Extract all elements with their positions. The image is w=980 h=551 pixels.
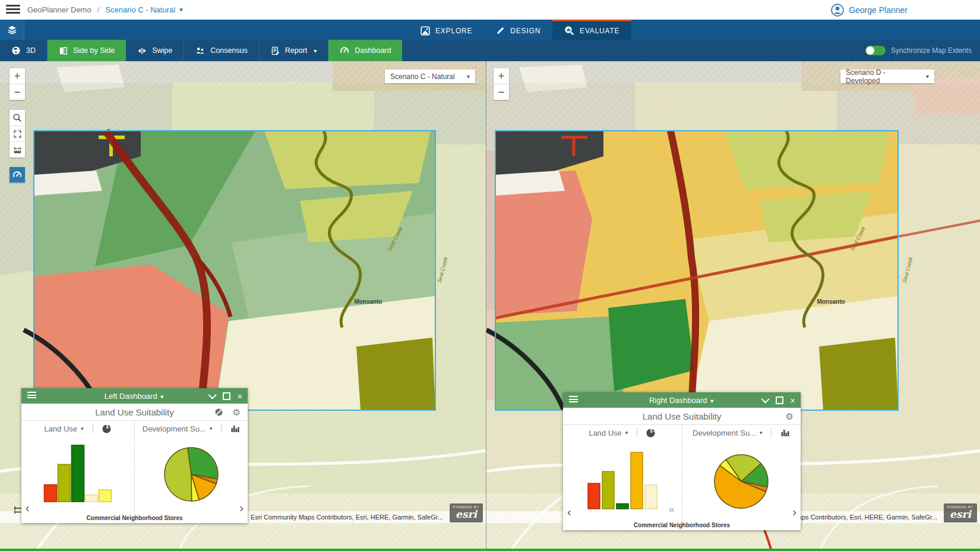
tab-design-label: DESIGN — [510, 27, 540, 35]
chart-caption: Commercial Neighborhood Stores — [563, 522, 801, 528]
bar-chart-icon[interactable] — [230, 424, 240, 433]
zoom-controls: + − — [494, 68, 509, 100]
carousel-previous[interactable]: ‹ — [567, 506, 571, 518]
bar-chart-icon[interactable] — [780, 428, 790, 437]
land-use-chart-panel: Land Use ▾ — [21, 421, 134, 524]
maximize-icon[interactable] — [223, 392, 230, 400]
right-scenario-select[interactable]: Scenario D - Developed ▾ — [840, 70, 934, 83]
breadcrumb-separator: / — [97, 5, 100, 14]
search-icon — [12, 113, 22, 122]
user-menu[interactable]: George Planner — [831, 0, 908, 20]
top-bar: GeoPlanner Demo / Scenario C - Natural ▼… — [0, 0, 980, 20]
user-name: George Planner — [849, 5, 908, 15]
consensus-button[interactable]: Consensus — [184, 40, 260, 61]
chart-selector[interactable]: Land Use — [44, 424, 77, 433]
layers-button[interactable] — [0, 20, 24, 40]
development-suitability-chart-panel: Development Su... ▾ — [134, 421, 248, 524]
collapse-panel-icon[interactable]: « — [669, 503, 674, 515]
left-scenario-select[interactable]: Scenario C - Natural ▾ — [385, 70, 475, 83]
monsanto-label: Monsanto — [354, 298, 382, 305]
development-suitability-pie-chart — [682, 440, 801, 531]
evaluate-magnifier-icon — [564, 26, 574, 36]
chart-carousel: Land Use ▾ Development Su... ▾ ‹ « › — [563, 425, 801, 531]
measure-icon — [13, 146, 22, 155]
search-button[interactable] — [10, 110, 25, 126]
explore-icon — [421, 26, 430, 36]
full-extent-button[interactable] — [10, 126, 25, 142]
3d-label: 3D — [26, 46, 36, 55]
caret-down-icon: ▼ — [709, 398, 715, 404]
breadcrumb: GeoPlanner Demo / Scenario C - Natural ▼ — [27, 0, 184, 20]
dashboard-label: Dashboard — [355, 46, 391, 55]
caret-down-icon[interactable]: ▾ — [760, 430, 763, 436]
widget-title-row: Land Use Suitability ⚙ — [21, 404, 248, 421]
side-by-side-label: Side by Side — [73, 46, 115, 55]
chart-selector[interactable]: Development Su... — [143, 424, 206, 433]
tab-evaluate[interactable]: EVALUATE — [552, 20, 631, 40]
chart-selector[interactable]: Development Su... — [693, 429, 756, 437]
carousel-next[interactable]: › — [792, 506, 796, 518]
widget-title: Land Use Suitability — [643, 411, 722, 421]
land-use-bar-chart — [563, 440, 682, 531]
gear-icon[interactable]: ⚙ — [233, 408, 241, 417]
caret-down-icon[interactable]: ▾ — [625, 430, 628, 436]
tab-evaluate-label: EVALUATE — [580, 27, 619, 35]
land-use-bar-chart — [21, 436, 134, 524]
caret-down-icon: ▼ — [159, 394, 165, 400]
report-button[interactable]: Report ▾ — [260, 40, 329, 61]
development-suitability-pie-chart — [135, 436, 248, 524]
zoom-out-button[interactable]: − — [10, 84, 25, 100]
esri-logo: POWERED BY esri — [944, 503, 977, 522]
app-title: GeoPlanner Demo — [27, 5, 91, 14]
tab-explore[interactable]: EXPLORE — [409, 20, 484, 40]
geoplanner-app: GeoPlanner Demo / Scenario C - Natural ▼… — [0, 0, 980, 551]
sync-extents-toggle[interactable] — [865, 46, 886, 55]
widget-title-row: Land Use Suitability ⚙ — [563, 408, 801, 425]
zoom-in-button[interactable]: + — [494, 68, 509, 84]
gear-icon[interactable]: ⚙ — [786, 412, 794, 421]
side-by-side-button[interactable]: Side by Side — [48, 40, 126, 61]
maximize-icon[interactable] — [776, 396, 783, 404]
zoom-in-button[interactable]: + — [10, 68, 25, 84]
zoom-out-button[interactable]: − — [494, 84, 509, 100]
esri-logo: POWERED BY esri — [450, 503, 483, 522]
pie-chart-icon[interactable] — [102, 424, 112, 433]
monsanto-label: Monsanto — [817, 298, 845, 305]
dashboard-button[interactable]: Dashboard — [328, 40, 402, 61]
report-icon — [271, 46, 280, 55]
chart-carousel: Land Use ▾ Development Su... ▾ ‹ › — [21, 421, 248, 524]
3d-button[interactable]: 3D — [0, 40, 48, 61]
swipe-button[interactable]: Swipe — [126, 40, 184, 61]
pie-chart-icon[interactable] — [646, 428, 656, 437]
chart-caption: Commercial Neighborhood Stores — [21, 515, 248, 521]
tab-explore-label: EXPLORE — [435, 27, 472, 35]
bottom-edge-bar — [0, 549, 980, 551]
caret-down-icon[interactable]: ▾ — [210, 426, 213, 432]
right-dashboard-titlebar[interactable]: Right Dashboard ▼ × — [563, 392, 801, 408]
carousel-previous[interactable]: ‹ — [26, 502, 30, 514]
main-menu-icon[interactable] — [6, 5, 20, 15]
sync-extents-control: Synchronize Map Extents — [865, 40, 972, 61]
caret-down-icon: ▾ — [926, 73, 929, 80]
caret-down-icon: ▾ — [314, 48, 317, 54]
caret-down-icon[interactable]: ▾ — [81, 426, 84, 432]
dashboard-tool-button[interactable] — [10, 167, 25, 182]
dashboard-gauge-icon — [12, 170, 22, 180]
left-dashboard-titlebar[interactable]: Left Dashboard ▼ × — [21, 388, 248, 404]
left-suitability-layer — [24, 131, 435, 410]
globe-icon — [11, 46, 21, 55]
widget-title: Land Use Suitability — [95, 407, 174, 417]
measure-button[interactable] — [10, 142, 25, 158]
chart-selector[interactable]: Land Use — [589, 429, 622, 437]
close-icon[interactable]: × — [790, 396, 795, 405]
layers-icon — [7, 25, 17, 35]
tab-design[interactable]: DESIGN — [484, 20, 552, 40]
carousel-next[interactable]: › — [239, 502, 244, 514]
close-icon[interactable]: × — [237, 392, 242, 401]
visibility-off-icon[interactable] — [214, 408, 223, 417]
expand-arrows-icon — [13, 130, 22, 138]
dashboard-gauge-icon — [340, 46, 349, 55]
scenario-breadcrumb-dropdown[interactable]: Scenario C - Natural ▼ — [105, 5, 184, 14]
development-suitability-chart-panel: Development Su... ▾ — [682, 425, 801, 531]
mode-tabs: EXPLORE DESIGN EVALUATE — [409, 20, 631, 40]
